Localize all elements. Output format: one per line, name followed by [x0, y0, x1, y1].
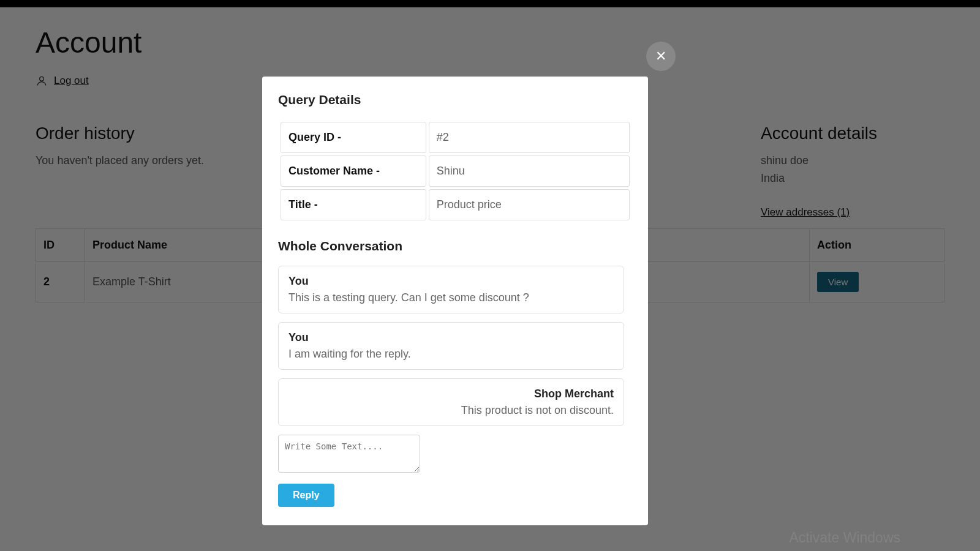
- detail-row-customer-name: Customer Name - Shinu: [281, 156, 630, 187]
- reply-textarea[interactable]: [278, 435, 420, 473]
- message-sender: You: [288, 331, 614, 344]
- reply-button[interactable]: Reply: [278, 484, 334, 507]
- label-title: Title -: [281, 189, 426, 220]
- detail-table: Query ID - #2 Customer Name - Shinu Titl…: [278, 119, 632, 223]
- query-modal: Query Details Query ID - #2 Customer Nam…: [262, 77, 648, 525]
- message-text: This is a testing query. Can I get some …: [288, 291, 614, 304]
- value-title: Product price: [429, 189, 630, 220]
- message-box: Shop Merchant This product is not on dis…: [278, 378, 624, 426]
- query-details-heading: Query Details: [278, 92, 632, 107]
- message-sender: You: [288, 275, 614, 288]
- message-box: You This is a testing query. Can I get s…: [278, 266, 624, 313]
- message-box: You I am waiting for the reply.: [278, 322, 624, 370]
- message-text: This product is not on discount.: [288, 404, 614, 417]
- conversation-heading: Whole Conversation: [278, 239, 632, 253]
- value-customer-name: Shinu: [429, 156, 630, 187]
- close-icon: ✕: [655, 48, 666, 64]
- label-customer-name: Customer Name -: [281, 156, 426, 187]
- detail-row-title: Title - Product price: [281, 189, 630, 220]
- close-button[interactable]: ✕: [646, 42, 676, 71]
- value-query-id: #2: [429, 122, 630, 153]
- message-text: I am waiting for the reply.: [288, 348, 614, 361]
- windows-watermark: Activate Windows: [789, 530, 900, 546]
- label-query-id: Query ID -: [281, 122, 426, 153]
- message-sender: Shop Merchant: [288, 388, 614, 400]
- detail-row-query-id: Query ID - #2: [281, 122, 630, 153]
